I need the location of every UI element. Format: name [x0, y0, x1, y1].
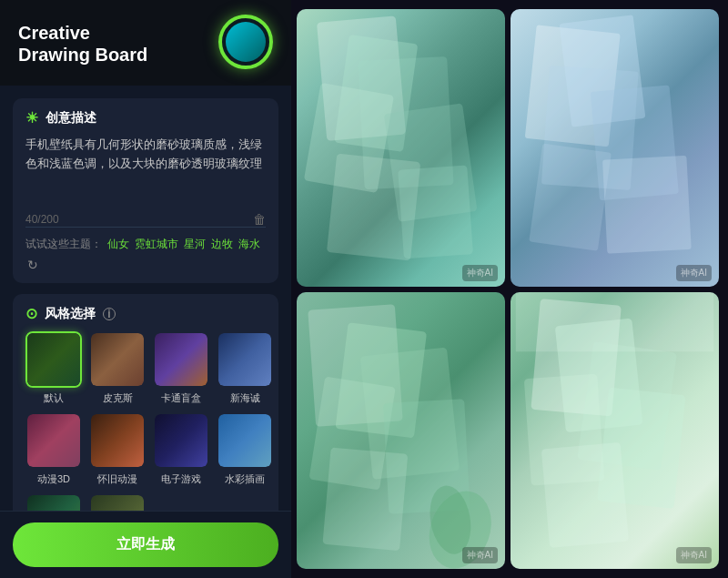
title-line1: Creative — [18, 22, 147, 44]
style-item-realistic[interactable]: 高清写实 — [89, 493, 146, 511]
style-item-default[interactable]: 默认 — [25, 331, 82, 405]
left-content: ☀ 创意描述 手机壁纸具有几何形状的磨砂玻璃质感，浅绿色和浅蓝色调，以及大块的磨… — [0, 86, 291, 511]
description-input[interactable]: 手机壁纸具有几何形状的磨砂玻璃质感，浅绿色和浅蓝色调，以及大块的磨砂透明玻璃纹理 — [25, 136, 266, 201]
style-item-retro[interactable]: 怀旧动漫 — [89, 412, 146, 486]
style-label-watercolor: 水彩插画 — [225, 472, 265, 486]
style-thumb-bg-realistic — [91, 495, 144, 511]
svg-rect-12 — [602, 156, 692, 254]
theme-tag-3[interactable]: 边牧 — [211, 237, 233, 252]
watermark-3: 神奇AI — [462, 547, 498, 563]
refresh-button[interactable]: ↻ — [27, 258, 38, 272]
style-item-pixar[interactable]: 皮克斯 — [89, 331, 146, 405]
watermark-4: 神奇AI — [676, 547, 712, 563]
main-container: Creative Drawing Board ☀ 创意描述 手机壁纸具有几何形状… — [0, 0, 728, 578]
theme-row: 试试这些主题： 仙女 霓虹城市 星河 边牧 海水 ↻ — [25, 237, 266, 272]
style-icon: ⊙ — [25, 305, 37, 322]
svg-rect-11 — [529, 143, 612, 250]
style-label-cartoon: 卡通盲盒 — [161, 391, 201, 405]
style-item-3d[interactable]: 动漫3D — [25, 412, 82, 486]
left-panel: Creative Drawing Board ☀ 创意描述 手机壁纸具有几何形状… — [0, 0, 291, 578]
style-label-default: 默认 — [44, 391, 64, 405]
watermark-2: 神奇AI — [676, 265, 712, 281]
watermark-1: 神奇AI — [462, 265, 498, 281]
svg-rect-6 — [398, 165, 473, 259]
style-thumb-game — [153, 412, 209, 469]
style-item-watercolor[interactable]: 水彩插画 — [217, 412, 273, 486]
style-thumb-bg-oilpaint — [27, 495, 80, 511]
style-thumb-bg-3d — [27, 414, 80, 467]
header-logo — [215, 15, 273, 73]
header: Creative Drawing Board — [0, 0, 291, 86]
image-inner-4: 神奇AI — [511, 292, 719, 570]
style-thumb-bg-cartoon — [155, 333, 207, 386]
glass-svg-2 — [511, 9, 719, 287]
svg-rect-27 — [516, 292, 714, 351]
style-thumb-bg-pixar — [91, 333, 144, 386]
glass-svg-3 — [297, 292, 505, 570]
style-thumb-bg-watercolor — [218, 414, 271, 467]
style-thumb-bg-default — [27, 333, 80, 386]
style-thumb-watercolor — [217, 412, 273, 469]
info-icon: i — [103, 308, 116, 320]
image-inner-1: 神奇AI — [297, 9, 505, 287]
theme-label: 试试这些主题： — [25, 237, 102, 252]
image-card-2[interactable]: 神奇AI — [511, 9, 719, 287]
style-thumb-cartoon — [153, 331, 209, 388]
style-label-retro: 怀旧动漫 — [97, 472, 137, 486]
header-title: Creative Drawing Board — [18, 22, 147, 66]
style-section: ⊙ 风格选择 i 默认 — [13, 294, 278, 511]
style-item-game[interactable]: 电子游戏 — [153, 412, 209, 486]
logo-inner — [226, 22, 266, 62]
style-thumb-cyberpunk — [217, 331, 273, 388]
style-item-oilpaint[interactable]: 莫奈油画 — [25, 493, 82, 511]
image-card-1[interactable]: 神奇AI — [297, 9, 505, 287]
style-thumb-3d — [25, 412, 82, 469]
right-panel: 神奇AI 神奇AI — [291, 0, 728, 578]
style-label-game: 电子游戏 — [161, 472, 201, 486]
description-title-text: 创意描述 — [46, 110, 96, 127]
style-thumb-bg-cyberpunk — [218, 333, 271, 386]
title-line2: Drawing Board — [18, 44, 147, 66]
delete-button[interactable]: 🗑 — [253, 212, 266, 227]
theme-tag-1[interactable]: 霓虹城市 — [135, 237, 178, 252]
style-thumb-bg-retro — [91, 414, 144, 467]
style-thumb-bg-game — [155, 414, 207, 467]
style-label-cyberpunk: 新海诚 — [230, 391, 260, 405]
theme-tag-4[interactable]: 海水 — [238, 237, 260, 252]
style-item-cartoon[interactable]: 卡通盲盒 — [153, 331, 209, 405]
theme-tag-0[interactable]: 仙女 — [107, 237, 129, 252]
style-item-cyberpunk[interactable]: 新海诚 — [217, 331, 273, 405]
description-icon: ☀ — [25, 109, 38, 127]
textarea-footer: 40/200 🗑 — [25, 212, 266, 227]
style-thumb-pixar — [89, 331, 146, 388]
svg-rect-26 — [541, 441, 629, 547]
theme-tag-2[interactable]: 星河 — [184, 237, 206, 252]
divider — [25, 227, 266, 228]
image-card-4[interactable]: 神奇AI — [511, 292, 719, 570]
glass-svg-1 — [297, 9, 505, 287]
svg-rect-18 — [322, 447, 408, 551]
description-section: ☀ 创意描述 手机壁纸具有几何形状的磨砂玻璃质感，浅绿色和浅蓝色调，以及大块的磨… — [13, 98, 278, 283]
style-thumb-retro — [89, 412, 146, 469]
bottom-bar: 立即生成 — [0, 511, 291, 578]
style-thumb-default — [25, 331, 82, 388]
description-section-title: ☀ 创意描述 — [25, 109, 266, 127]
generate-button[interactable]: 立即生成 — [13, 522, 278, 567]
glass-svg-4 — [511, 292, 719, 570]
image-card-3[interactable]: 神奇AI — [297, 292, 505, 570]
style-thumb-realistic — [89, 493, 146, 511]
style-label-pixar: 皮克斯 — [103, 391, 133, 405]
char-count: 40/200 — [25, 213, 59, 226]
style-section-title: ⊙ 风格选择 i — [25, 305, 266, 322]
style-title-text: 风格选择 — [45, 306, 96, 322]
image-inner-2: 神奇AI — [511, 9, 719, 287]
style-grid: 默认 皮克斯 卡通盲盒 — [25, 331, 266, 511]
style-label-3d: 动漫3D — [37, 472, 70, 486]
style-thumb-oilpaint — [25, 493, 82, 511]
image-inner-3: 神奇AI — [297, 292, 505, 570]
